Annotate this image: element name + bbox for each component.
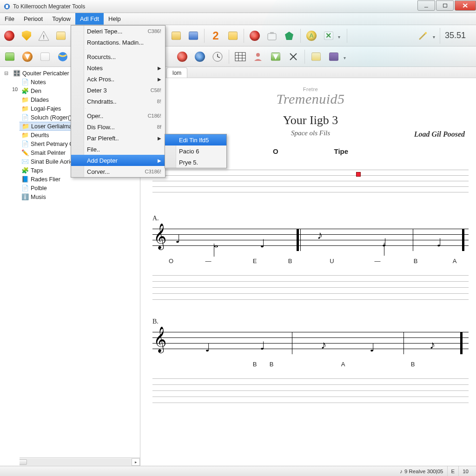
submenuitem-edi-tin-lfd5[interactable]: Edi Tin lfd5 [165,134,226,145]
browser-icon[interactable] [55,49,71,65]
wand-dropdown[interactable]: ▾ [433,32,438,40]
svg-text:!: ! [43,33,45,40]
menuitem-ack-pros-[interactable]: Ack Pros..▶ [71,73,165,85]
submenuitem-pacio-6[interactable]: Pacio 6 [165,145,226,157]
svg-line-7 [420,33,425,39]
badge-icon[interactable] [19,28,34,44]
tools-icon[interactable] [285,49,301,65]
menuitem-deter-3[interactable]: Deter 3C58! [71,85,165,96]
tree-label: Musis [31,194,46,200]
close-button[interactable]: ✕ [455,0,476,11]
red-orb-icon[interactable] [247,28,263,44]
tree-icon: 📄 [21,185,29,192]
warning-icon[interactable]: ! [36,28,52,44]
menuitem-corver-[interactable]: Corver...C3186! [71,166,165,177]
menu-adl fdt[interactable]: Adl Fdt [75,13,104,25]
tree-label: Rades Flier [31,176,60,183]
lyric: B [288,258,292,264]
red-disc-icon[interactable] [174,49,190,65]
wand-icon[interactable] [416,28,431,44]
lyric: U [330,258,334,264]
sidebar-scrollbar[interactable]: ◂ 10 ▸ [0,457,140,466]
app-icon [4,3,10,10]
folder-icon[interactable] [53,28,68,44]
tree-icon: 📘 [21,176,29,183]
menu-file[interactable]: File [0,13,19,25]
svg-rect-1 [6,5,8,8]
section-a: A. 𝄞 ♩ 𝅝 ♩ ♪ ♩ ♩ O—EBU—BA [152,215,469,300]
section-b: B. 𝄞 ♩ ♩ ♪ ♩ ♪ BBAB [152,318,469,403]
tree-icon: 📁 [21,132,29,139]
tab-lom[interactable]: lom [166,67,187,78]
menu-perioot[interactable]: Perioot [19,13,47,25]
gem-icon[interactable] [282,28,297,44]
treble-clef-icon: 𝄞 [153,223,166,250]
toolbar-dropdown[interactable]: ▾ [338,32,344,40]
intro-tab-lines [152,165,469,197]
staff-a[interactable]: 𝄞 ♩ 𝅝 ♩ ♪ ♩ ♩ [152,225,469,255]
menuitem-deleri-tepe-[interactable]: Deleri Tepe...C386! [71,26,165,37]
tree-label: Notes [31,79,46,86]
staff-b[interactable]: 𝄞 ♩ ♩ ♪ ♩ ♪ [152,328,469,358]
grid-icon[interactable] [232,49,248,65]
credit-card-icon[interactable] [225,28,240,44]
section-b-label: B. [152,318,469,325]
download-icon[interactable]: ▼ [20,49,35,65]
svg-point-8 [425,32,427,33]
tree-icon: 📁 [22,123,29,130]
tree-icon: 📄 [21,79,29,86]
tree-item-musis[interactable]: ℹ️Musis [1,192,140,201]
camera-icon[interactable] [326,49,342,65]
a-badge-icon[interactable]: A [304,28,319,44]
tree-item-polble[interactable]: 📄Polble [1,184,140,192]
bag-icon[interactable] [264,28,280,44]
menuitem-chndratts-[interactable]: Chndratts..8! [71,96,165,107]
clipboard-icon[interactable] [169,28,184,44]
delete-icon[interactable]: ✕ [321,28,336,44]
globe-icon[interactable] [192,49,208,65]
card-icon[interactable] [37,49,53,65]
lyric: E [253,258,257,264]
panel-icon[interactable] [186,28,201,44]
svg-line-20 [290,53,297,60]
menuitem-rontactions-madin-[interactable]: Rontactions. Madin... [71,37,165,48]
statusbar: ♪ 9 Realve 300|05 E 10 [0,466,476,476]
tree-icon: 🧩 [21,167,29,174]
menuitem-file-[interactable]: File.. [71,144,165,155]
minimize-button[interactable]: ─ [417,0,435,11]
menuitem-rocurcts-[interactable]: Rocurcts... [71,51,165,62]
doc-yellow-icon[interactable] [308,49,324,65]
menu-toylow[interactable]: Toylow [47,13,75,25]
user-icon[interactable] [250,49,266,65]
box-green-icon[interactable] [2,49,18,65]
download-green-icon[interactable]: ▼ [268,49,284,65]
brand-big: Tremenuid5 [152,91,469,107]
clock-icon[interactable] [210,49,225,65]
record-icon[interactable] [2,28,17,44]
tab-b[interactable] [152,373,469,403]
menuitem-oper-[interactable]: Oper..C186! [71,110,165,121]
tab-a[interactable] [152,270,469,300]
window-title: To Killerrooch Megrater Tools [0,3,85,10]
menuitem-add-depter[interactable]: Add Depter▶ [71,155,165,166]
menuitem-par-plereft-[interactable]: Par Plereft..▶ [71,132,165,144]
window-controls: ─ ✕ [417,0,476,13]
cursor-marker[interactable] [356,172,361,177]
status-realve: ♪ 9 Realve 300|05 [396,466,447,476]
scroll-right-icon[interactable]: ▸ [132,458,140,466]
two-icon[interactable]: 2 [208,28,223,44]
menu-help[interactable]: Help [104,13,126,25]
menuitem-dis-flow-[interactable]: Dis Flow...8f [71,121,165,132]
status-e: E [447,466,459,476]
tree-label: Dlades [31,97,49,103]
col-o: O [273,147,278,155]
menuitem-notes[interactable]: Notes▶ [71,62,165,73]
document-tabs: lom [140,67,476,78]
tree-label: Logal-Fajes [31,106,61,112]
toolbar2-dropdown[interactable]: ▾ [344,53,349,60]
submenuitem-prye-5-[interactable]: Prye 5. [165,157,226,168]
toolbar-readout: 35.51 [440,28,470,44]
maximize-button[interactable] [436,0,454,11]
tree-icon: 📁 [21,96,29,104]
col-tipe: Tipe [334,147,349,155]
